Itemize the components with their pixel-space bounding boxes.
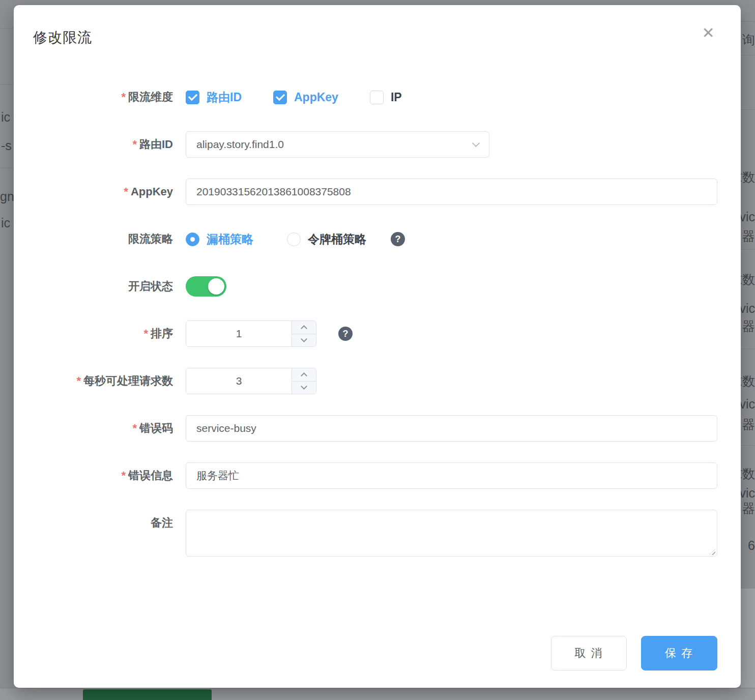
backdrop-divider — [741, 445, 755, 446]
checkbox-route-id[interactable]: 路由ID — [186, 90, 242, 105]
checkbox-appkey-label: AppKey — [294, 91, 338, 104]
row-qps: 每秒可处理请求数 — [14, 368, 741, 394]
status-label: 开启状态 — [14, 273, 173, 300]
backdrop-text-fragment: gn — [0, 189, 14, 204]
row-status: 开启状态 — [14, 273, 741, 300]
error-code-input[interactable] — [186, 415, 717, 442]
backdrop-divider — [741, 348, 755, 349]
route-id-label: 路由ID — [14, 131, 173, 158]
row-appkey: AppKey — [14, 179, 741, 205]
route-id-select[interactable]: alipay.story.find1.0 — [186, 131, 489, 158]
remark-textarea-wrap — [186, 510, 717, 559]
backdrop-text-fragment: -s — [1, 138, 14, 153]
sort-input[interactable] — [186, 321, 292, 346]
appkey-label: AppKey — [14, 179, 173, 205]
save-button[interactable]: 保 存 — [641, 636, 717, 670]
backdrop-divider — [0, 168, 14, 168]
backdrop-text-fragment: 器 — [739, 228, 755, 245]
checkbox-appkey[interactable]: AppKey — [273, 91, 338, 104]
checkbox-ip-label: IP — [391, 91, 402, 104]
close-icon[interactable]: ✕ — [698, 22, 718, 43]
backdrop-divider — [741, 55, 755, 55]
qps-label: 每秒可处理请求数 — [14, 368, 173, 394]
row-remark: 备注 — [14, 510, 741, 559]
backdrop-text-fragment: 求数 — [739, 373, 755, 390]
row-dimension: 限流维度 路由ID AppKey IP — [14, 84, 741, 110]
qps-increment-button[interactable] — [292, 368, 316, 382]
strategy-label: 限流策略 — [14, 226, 173, 252]
radio-token-bucket-label: 令牌桶策略 — [308, 231, 366, 247]
backdrop-text-fragment: 询 — [740, 32, 755, 48]
backdrop-text-fragment: vic — [740, 210, 755, 224]
checkbox-checked-icon — [186, 91, 199, 104]
checkbox-checked-icon — [273, 91, 287, 104]
backdrop-text-fragment: 器 — [739, 318, 755, 335]
radio-token-bucket[interactable]: 令牌桶策略 — [287, 231, 366, 247]
chevron-up-icon — [301, 325, 307, 332]
modal-title: 修改限流 — [33, 28, 92, 47]
sort-stepper — [186, 320, 316, 347]
radio-leaky-bucket-label: 漏桶策略 — [207, 231, 253, 247]
backdrop-text-fragment: 器 — [739, 500, 755, 517]
radio-selected-icon — [186, 232, 199, 246]
status-toggle[interactable] — [186, 276, 226, 297]
chevron-down-icon — [472, 139, 480, 147]
backdrop-text-fragment: 求数 — [739, 271, 755, 288]
sort-increment-button[interactable] — [292, 321, 316, 334]
backdrop-divider — [0, 28, 14, 28]
backdrop-bottom-bar — [0, 688, 755, 700]
backdrop-text-fragment: ic — [1, 110, 14, 125]
row-strategy: 限流策略 漏桶策略 令牌桶策略 ? — [14, 226, 741, 252]
chevron-down-icon — [301, 336, 307, 342]
error-message-label: 错误信息 — [14, 462, 173, 489]
row-route-id: 路由ID alipay.story.find1.0 — [14, 131, 741, 158]
backdrop-divider — [741, 21, 755, 22]
dimension-label: 限流维度 — [14, 84, 173, 110]
sort-help-icon[interactable]: ? — [338, 327, 353, 341]
error-code-label: 错误码 — [14, 415, 173, 442]
backdrop-text-fragment: vic — [740, 486, 755, 501]
backdrop-text-fragment: 求数 — [739, 169, 755, 186]
backdrop-text-fragment: vic — [740, 397, 755, 412]
appkey-input[interactable] — [186, 179, 717, 205]
sort-label: 排序 — [14, 320, 173, 347]
backdrop-green-bar — [83, 689, 212, 700]
chevron-up-icon — [301, 372, 307, 379]
backdrop-divider — [741, 109, 755, 110]
row-error-message: 错误信息 — [14, 462, 741, 489]
backdrop-text-fragment: vic — [740, 301, 755, 316]
modal-edit-rate-limit: 修改限流 ✕ 限流维度 路由ID AppKey IP — [14, 5, 741, 688]
toggle-knob — [208, 278, 224, 295]
checkbox-ip[interactable]: IP — [370, 91, 402, 104]
cancel-button[interactable]: 取 消 — [551, 636, 627, 670]
checkbox-route-id-label: 路由ID — [207, 90, 242, 105]
strategy-help-icon[interactable]: ? — [391, 232, 405, 246]
error-message-input[interactable] — [186, 462, 717, 489]
row-error-code: 错误码 — [14, 415, 741, 442]
backdrop-text-fragment: 6 — [740, 538, 755, 553]
remark-label: 备注 — [14, 510, 173, 536]
backdrop-text-fragment: 求数 — [739, 465, 755, 482]
checkbox-unchecked-icon — [370, 91, 384, 104]
qps-stepper — [186, 368, 316, 394]
backdrop-divider — [0, 84, 14, 84]
qps-input[interactable] — [186, 368, 292, 394]
remark-textarea[interactable] — [186, 510, 717, 557]
backdrop-text-fragment: ic — [1, 216, 14, 230]
row-sort: 排序 ? — [14, 320, 741, 347]
radio-leaky-bucket[interactable]: 漏桶策略 — [186, 231, 253, 247]
qps-decrement-button[interactable] — [292, 382, 316, 394]
rate-limit-form: 限流维度 路由ID AppKey IP 路由ID — [14, 84, 741, 579]
radio-unselected-icon — [287, 232, 301, 246]
sort-decrement-button[interactable] — [292, 334, 316, 347]
modal-footer: 取 消 保 存 — [551, 636, 717, 670]
backdrop-light-band — [741, 589, 755, 688]
backdrop-text-fragment: 器 — [739, 416, 755, 433]
route-id-selected-value: alipay.story.find1.0 — [196, 138, 284, 151]
backdrop-divider — [741, 249, 755, 250]
chevron-down-icon — [301, 383, 307, 390]
